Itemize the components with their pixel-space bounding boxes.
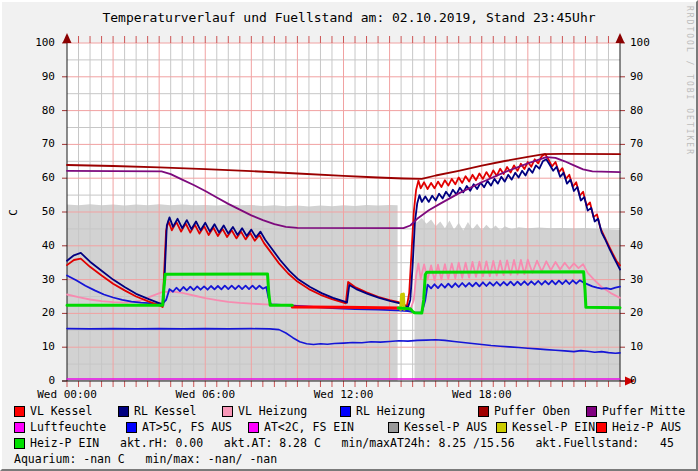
legend-label: Puffer Oben [494,403,570,419]
legend-label: Heiz-P EIN [30,435,99,451]
chart-canvas [2,2,696,469]
legend-label: Luftfeuchte [30,419,106,435]
rrdtool-watermark: RRDTOOL / TOBI OETIKER [685,6,694,156]
legend-swatch [496,422,507,433]
legend-swatch [586,406,597,417]
legend-swatch [478,406,489,417]
legend-item: Heiz-P EIN [14,435,99,451]
legend-row: Aquarium: -nan C min/max: -nan/ -nan [14,451,685,467]
legend-label: AT<2C, FS EIN [264,419,354,435]
legend-label: VL Heizung [238,403,307,419]
arrow-right-x-axis [625,377,635,386]
legend: VL KesselRL KesselVL HeizungRL HeizungPu… [14,403,685,467]
legend-label: Kessel-P EIN [512,419,595,435]
legend-swatch [14,406,25,417]
legend-item: Puffer Oben [478,403,586,419]
legend-swatch [126,422,137,433]
legend-item: VL Kessel [14,403,118,419]
line-Heiz-P AUS [292,307,398,308]
legend-label: RL Heizung [356,403,425,419]
legend-stats-text: akt.rH: 0.00 akt.AT: 8.28 C min/maxAT24h… [99,435,674,451]
legend-swatch [14,438,25,449]
legend-row: LuftfeuchteAT>5C, FS AUSAT<2C, FS EINKes… [14,419,685,435]
legend-label: AT>5C, FS AUS [142,419,232,435]
legend-item: Heiz-P AUS [596,419,681,435]
legend-row: VL KesselRL KesselVL HeizungRL HeizungPu… [14,403,685,419]
legend-swatch [222,406,233,417]
legend-item: AT>5C, FS AUS [126,419,248,435]
legend-swatch [596,422,607,433]
rrdtool-graph-window: Temperaturverlauf und Fuellstand am: 02.… [0,0,698,471]
arrow-up-left [63,33,72,43]
legend-label: Puffer Mitte [602,403,685,419]
legend-label: VL Kessel [30,403,92,419]
legend-item: RL Heizung [340,403,478,419]
legend-swatch [14,422,25,433]
legend-row: Heiz-P EIN akt.rH: 0.00 akt.AT: 8.28 C m… [14,435,685,451]
legend-label: Kessel-P AUS [404,419,487,435]
legend-label: RL Kessel [134,403,196,419]
legend-stats-text: Aquarium: -nan C min/max: -nan/ -nan [14,451,277,467]
legend-item: AT<2C, FS EIN [248,419,388,435]
legend-item: Kessel-P EIN [496,419,596,435]
legend-swatch [388,422,399,433]
legend-swatch [118,406,129,417]
legend-item: RL Kessel [118,403,222,419]
legend-item: VL Heizung [222,403,340,419]
legend-item: Puffer Mitte [586,403,685,419]
legend-swatch [248,422,259,433]
legend-swatch [340,406,351,417]
legend-item: Kessel-P AUS [388,419,496,435]
area-Kessel-P AUS (area, after burn) [415,218,621,381]
legend-item: Luftfeuchte [14,419,126,435]
arrow-up-right [616,33,625,43]
legend-label: Heiz-P AUS [612,419,681,435]
